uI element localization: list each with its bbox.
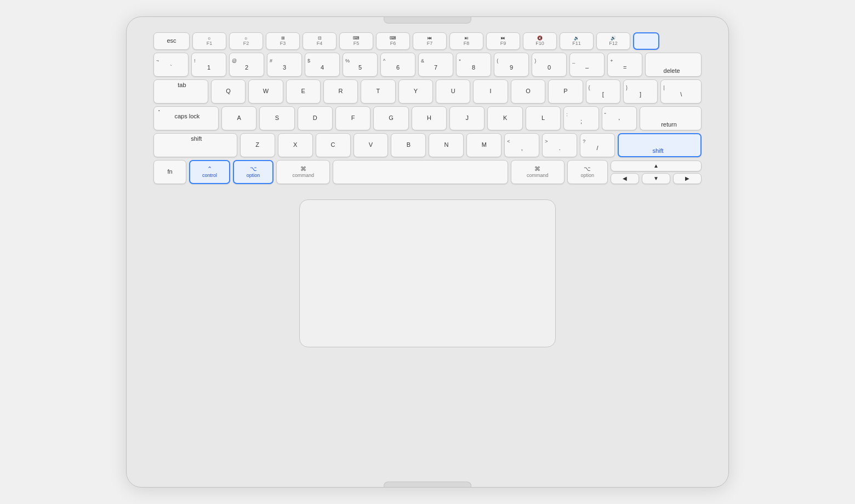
key-8[interactable]: *8 xyxy=(456,53,491,77)
key-v[interactable]: V xyxy=(354,133,389,157)
key-g[interactable]: G xyxy=(373,106,408,130)
key-esc[interactable]: esc xyxy=(153,32,190,50)
key-7[interactable]: &7 xyxy=(418,53,453,77)
key-t[interactable]: T xyxy=(361,79,395,104)
key-r[interactable]: R xyxy=(323,79,358,104)
key-quote[interactable]: "' xyxy=(602,106,637,130)
key-return[interactable]: return xyxy=(640,106,702,130)
key-2[interactable]: @2 xyxy=(229,53,264,77)
key-command-left[interactable]: ⌘ command xyxy=(276,160,330,184)
arrow-up-row: ▲ xyxy=(611,161,702,171)
arrow-key-group: ▲ ◀ ▼ ▶ xyxy=(611,161,702,184)
number-key-row: ~` !1 @2 #3 $4 %5 ^6 &7 *8 (9 )0 _– += d… xyxy=(153,53,702,77)
key-3[interactable]: #3 xyxy=(267,53,302,77)
key-slash[interactable]: ?/ xyxy=(580,133,615,157)
key-d[interactable]: D xyxy=(298,106,333,130)
key-f11[interactable]: 🔉F11 xyxy=(560,32,594,50)
key-spacebar[interactable] xyxy=(333,160,508,184)
fn-key-row: esc ☼F1 ☼F2 ⊞F3 ⊡F4 ⌨F5 ⌨F6 ⏮F7 ⏯F8 ⏭F9 … xyxy=(153,32,702,50)
key-z[interactable]: Z xyxy=(240,133,275,157)
key-n[interactable]: N xyxy=(429,133,464,157)
asdf-key-row: •caps lock A S D F G H J K L :; "' retur… xyxy=(153,106,702,130)
key-f10[interactable]: 🔇F10 xyxy=(523,32,557,50)
zxcv-key-row: shift Z X C V B N M <, >. ?/ shift xyxy=(153,133,702,157)
key-b[interactable]: B xyxy=(391,133,426,157)
key-arrow-down[interactable]: ▼ xyxy=(642,173,670,184)
key-minus[interactable]: _– xyxy=(569,53,605,77)
key-1[interactable]: !1 xyxy=(191,53,226,77)
key-q[interactable]: Q xyxy=(211,79,246,104)
trackpad[interactable] xyxy=(299,199,556,347)
key-arrow-right[interactable]: ▶ xyxy=(673,173,702,184)
arrow-bottom-row: ◀ ▼ ▶ xyxy=(611,173,702,184)
key-shift-right[interactable]: shift xyxy=(618,133,702,157)
key-command-right[interactable]: ⌘ command xyxy=(511,160,565,184)
key-period[interactable]: >. xyxy=(542,133,577,157)
key-4[interactable]: $4 xyxy=(305,53,340,77)
hinge-bottom xyxy=(384,482,471,487)
key-l[interactable]: L xyxy=(526,106,561,130)
key-f5[interactable]: ⌨F5 xyxy=(339,32,373,50)
key-fn[interactable]: fn xyxy=(153,160,186,184)
hinge-top xyxy=(384,17,471,24)
key-tilde[interactable]: ~` xyxy=(153,53,189,77)
qwerty-key-row: tab Q W E R T Y U I O P {[ }] |\ xyxy=(153,79,702,104)
key-f7[interactable]: ⏮F7 xyxy=(413,32,447,50)
key-arrow-up[interactable]: ▲ xyxy=(611,161,702,171)
key-0[interactable]: )0 xyxy=(532,53,567,77)
key-f1[interactable]: ☼F1 xyxy=(192,32,226,50)
key-y[interactable]: Y xyxy=(398,79,433,104)
key-6[interactable]: ^6 xyxy=(380,53,415,77)
key-option-right[interactable]: ⌥ option xyxy=(567,160,608,184)
key-9[interactable]: (9 xyxy=(494,53,529,77)
key-h[interactable]: H xyxy=(412,106,447,130)
key-shift-left[interactable]: shift xyxy=(153,133,237,157)
key-i[interactable]: I xyxy=(473,79,508,104)
keyboard-area: esc ☼F1 ☼F2 ⊞F3 ⊡F4 ⌨F5 ⌨F6 ⏮F7 ⏯F8 ⏭F9 … xyxy=(153,32,702,184)
key-f8[interactable]: ⏯F8 xyxy=(449,32,483,50)
key-c[interactable]: C xyxy=(316,133,351,157)
key-tab[interactable]: tab xyxy=(153,79,208,104)
laptop-body: esc ☼F1 ☼F2 ⊞F3 ⊡F4 ⌨F5 ⌨F6 ⏮F7 ⏯F8 ⏭F9 … xyxy=(126,16,729,488)
key-5[interactable]: %5 xyxy=(343,53,378,77)
key-f4[interactable]: ⊡F4 xyxy=(303,32,337,50)
key-k[interactable]: K xyxy=(487,106,522,130)
key-o[interactable]: O xyxy=(511,79,545,104)
key-left-bracket[interactable]: {[ xyxy=(586,79,620,104)
key-s[interactable]: S xyxy=(259,106,294,130)
key-f[interactable]: F xyxy=(335,106,371,130)
key-arrow-left[interactable]: ◀ xyxy=(611,173,639,184)
key-m[interactable]: M xyxy=(466,133,501,157)
key-a[interactable]: A xyxy=(221,106,256,130)
key-u[interactable]: U xyxy=(436,79,470,104)
key-p[interactable]: P xyxy=(548,79,583,104)
key-f12[interactable]: 🔊F12 xyxy=(596,32,630,50)
key-e[interactable]: E xyxy=(286,79,321,104)
key-j[interactable]: J xyxy=(449,106,485,130)
key-semicolon[interactable]: :; xyxy=(563,106,598,130)
key-equals[interactable]: += xyxy=(607,53,642,77)
key-control[interactable]: ⌃ control xyxy=(189,160,230,184)
key-f6[interactable]: ⌨F6 xyxy=(376,32,410,50)
key-backslash[interactable]: |\ xyxy=(660,79,702,104)
key-f3[interactable]: ⊞F3 xyxy=(266,32,300,50)
key-caps-lock[interactable]: •caps lock xyxy=(153,106,219,130)
key-comma[interactable]: <, xyxy=(504,133,539,157)
key-right-bracket[interactable]: }] xyxy=(623,79,658,104)
key-power[interactable] xyxy=(633,32,659,50)
bottom-key-row: fn ⌃ control ⌥ option ⌘ command ⌘ comman… xyxy=(153,160,702,184)
key-delete[interactable]: delete xyxy=(645,53,702,77)
key-x[interactable]: X xyxy=(278,133,313,157)
key-w[interactable]: W xyxy=(248,79,283,104)
key-f2[interactable]: ☼F2 xyxy=(229,32,263,50)
key-option-left[interactable]: ⌥ option xyxy=(233,160,274,184)
key-f9[interactable]: ⏭F9 xyxy=(486,32,520,50)
